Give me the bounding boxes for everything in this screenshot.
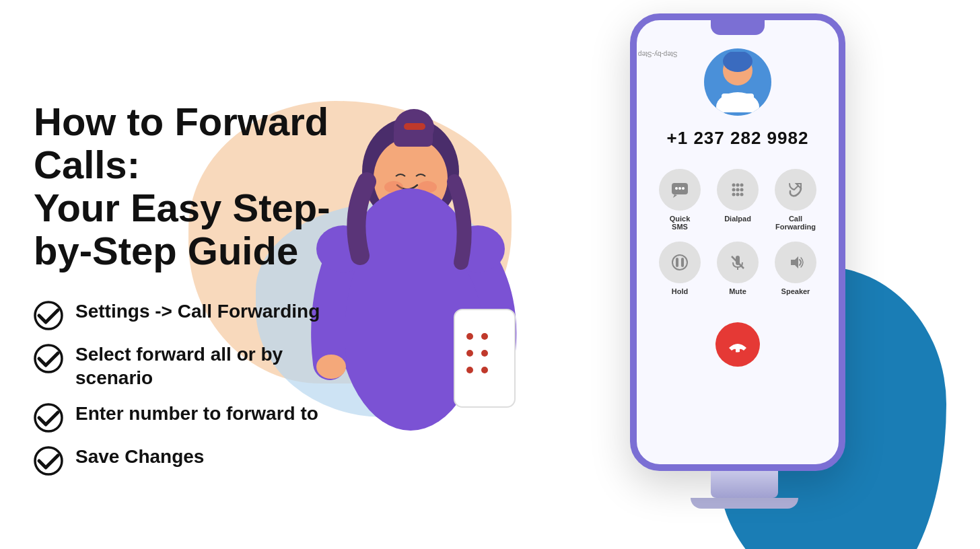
step-1-text: Settings -> Call Forwarding [75, 299, 320, 323]
step-item-2: Select forward all or by scenario [34, 342, 350, 390]
mute-button[interactable]: Mute [717, 242, 759, 295]
svg-point-18 [466, 350, 473, 357]
phone-inner: +1 237 282 9982 [637, 35, 839, 464]
speaker-icon [787, 254, 804, 271]
phone-stand-base [691, 498, 798, 509]
svg-rect-15 [454, 309, 515, 407]
step-item-1: Settings -> Call Forwarding [34, 299, 350, 330]
sms-icon [670, 180, 689, 199]
quick-sms-button[interactable]: QuickSMS [659, 169, 701, 231]
watermark: Step-by-Step [638, 50, 677, 58]
svg-rect-27 [722, 94, 754, 112]
phone-frame: +1 237 282 9982 [630, 13, 845, 471]
checkmark-icon-1 [34, 301, 63, 330]
svg-rect-8 [404, 123, 425, 130]
caller-avatar [704, 48, 771, 116]
avatar-icon [711, 52, 765, 112]
svg-point-43 [672, 255, 687, 270]
speaker-icon-circle [775, 242, 816, 283]
svg-point-38 [732, 193, 736, 196]
dialpad-icon [729, 181, 746, 198]
step-2-text: Select forward all or by scenario [75, 342, 350, 390]
phone-notch [711, 20, 765, 35]
svg-point-37 [740, 188, 744, 192]
checkmark-icon-3 [34, 403, 63, 433]
svg-point-16 [466, 333, 473, 340]
svg-point-40 [740, 193, 744, 196]
page-title: How to Forward Calls: Your Easy Step-by-… [34, 100, 350, 272]
action-buttons-row-2: Hold Mute [659, 242, 816, 295]
svg-point-19 [481, 350, 488, 357]
svg-point-20 [466, 367, 473, 373]
svg-point-39 [736, 193, 740, 196]
mute-icon-circle [717, 242, 759, 283]
checkmark-icon-2 [34, 344, 63, 373]
svg-rect-42 [681, 258, 684, 267]
svg-point-30 [678, 187, 681, 190]
phone-container: +1 237 282 9982 [630, 13, 859, 498]
call-forwarding-icon [786, 180, 805, 199]
left-content: How to Forward Calls: Your Easy Step-by-… [0, 73, 350, 475]
mute-label: Mute [729, 287, 746, 295]
step-item-3: Enter number to forward to [34, 402, 350, 433]
svg-point-36 [736, 188, 740, 192]
action-buttons-row-1: QuickSMS [659, 169, 816, 231]
svg-point-31 [682, 187, 685, 190]
end-call-icon [726, 333, 749, 356]
checkmark-icon-4 [34, 446, 63, 476]
mute-icon [729, 254, 746, 271]
step-item-4: Save Changes [34, 445, 350, 476]
phone-stand [711, 471, 778, 498]
quick-sms-icon-circle [659, 169, 701, 211]
svg-point-17 [481, 333, 488, 340]
dialpad-button[interactable]: Dialpad [717, 169, 759, 231]
svg-point-33 [736, 184, 740, 187]
quick-sms-label: QuickSMS [670, 215, 691, 231]
svg-point-21 [481, 367, 488, 373]
svg-point-32 [732, 184, 736, 187]
hold-button[interactable]: Hold [659, 242, 701, 295]
steps-list: Settings -> Call Forwarding Select forwa… [34, 299, 350, 476]
svg-marker-47 [791, 256, 798, 268]
step-4-text: Save Changes [75, 445, 204, 468]
step-3-text: Enter number to forward to [75, 402, 318, 425]
svg-rect-41 [676, 258, 678, 267]
call-forwarding-icon-circle [775, 169, 816, 211]
hold-icon [671, 254, 689, 271]
svg-point-35 [732, 188, 736, 192]
call-forwarding-label: CallForwarding [775, 215, 816, 231]
speaker-button[interactable]: Speaker [775, 242, 816, 295]
page-container: How to Forward Calls: Your Easy Step-by-… [0, 0, 980, 549]
dialpad-icon-circle [717, 169, 759, 211]
svg-point-34 [740, 184, 744, 187]
speaker-label: Speaker [781, 287, 810, 295]
end-call-button[interactable] [715, 322, 760, 367]
call-forwarding-button[interactable]: CallForwarding [775, 169, 816, 231]
hold-icon-circle [659, 242, 701, 283]
caller-number: +1 237 282 9982 [667, 128, 809, 149]
svg-point-29 [675, 187, 678, 190]
hold-label: Hold [672, 287, 688, 295]
dialpad-label: Dialpad [724, 215, 751, 223]
